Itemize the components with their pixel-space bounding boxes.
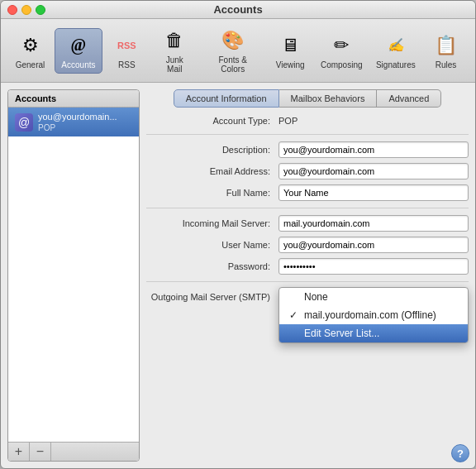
maximize-button[interactable] <box>36 5 45 15</box>
description-row: Description: <box>146 141 469 158</box>
tabs: Account Information Mailbox Behaviors Ad… <box>146 89 469 108</box>
email-row: Email Address: <box>146 163 469 179</box>
username-label: User Name: <box>146 240 278 250</box>
rules-icon: 📋 <box>432 32 459 59</box>
add-account-button[interactable]: + <box>8 443 30 461</box>
toolbar-label-viewing: Viewing <box>276 60 305 69</box>
minimize-button[interactable] <box>21 5 31 15</box>
tab-advanced[interactable]: Advanced <box>377 89 441 108</box>
smtp-label: Outgoing Mail Server (SMTP) <box>146 289 278 302</box>
edit-server-label: Edit Server List... <box>304 328 379 339</box>
fullname-input[interactable] <box>278 184 469 201</box>
form-area: Account Type: POP Description: Email Add… <box>146 114 469 462</box>
toolbar-item-signatures[interactable]: ✍ Signatures <box>370 29 421 73</box>
separator-2 <box>146 208 469 208</box>
password-row: Password: <box>146 258 469 275</box>
traffic-lights <box>7 5 45 15</box>
tab-mailbox-behaviors[interactable]: Mailbox Behaviors <box>279 89 378 108</box>
toolbar-label-rss: RSS <box>118 60 136 69</box>
password-input[interactable] <box>278 258 469 275</box>
rss-icon: RSS <box>113 32 140 59</box>
viewing-icon: 🖥 <box>277 32 303 59</box>
dropdown-none[interactable]: None <box>279 288 468 306</box>
sidebar: Accounts @ you@yourdomain... POP + − <box>7 89 140 462</box>
content-panel: Account Information Mailbox Behaviors Ad… <box>146 89 469 462</box>
fullname-row: Full Name: <box>146 184 469 201</box>
toolbar-label-accounts: Accounts <box>61 60 95 69</box>
composing-icon: ✏ <box>328 32 355 59</box>
window: Accounts ⚙ General @ Accounts RSS RSS 🗑 … <box>0 0 476 469</box>
toolbar-item-general[interactable]: ⚙ General <box>7 29 53 73</box>
toolbar-label-composing: Composing <box>321 60 363 69</box>
separator-3 <box>146 281 469 282</box>
fontscolors-icon: 🎨 <box>220 27 246 54</box>
email-label: Email Address: <box>146 166 278 176</box>
toolbar-item-accounts[interactable]: @ Accounts <box>55 28 102 74</box>
close-button[interactable] <box>7 5 17 15</box>
sidebar-buttons: + − <box>8 442 139 461</box>
toolbar: ⚙ General @ Accounts RSS RSS 🗑 Junk Mail… <box>1 19 475 83</box>
email-input[interactable] <box>278 163 469 179</box>
toolbar-item-fontscolors[interactable]: 🎨 Fonts & Colors <box>200 24 266 77</box>
account-type-value: POP <box>278 114 298 127</box>
server-check-icon: ✓ <box>289 309 301 321</box>
window-title: Accounts <box>213 3 262 16</box>
general-icon: ⚙ <box>17 32 44 59</box>
toolbar-label-general: General <box>16 60 45 69</box>
password-label: Password: <box>146 261 278 271</box>
accounts-icon: @ <box>65 32 92 59</box>
dropdown-edit[interactable]: Edit Server List... <box>279 324 468 342</box>
toolbar-item-junkmail[interactable]: 🗑 Junk Mail <box>151 24 198 77</box>
description-label: Description: <box>146 145 278 155</box>
toolbar-label-junkmail: Junk Mail <box>158 55 192 74</box>
toolbar-item-composing[interactable]: ✏ Composing <box>315 29 369 73</box>
account-icon: @ <box>15 113 33 132</box>
description-input[interactable] <box>278 141 469 158</box>
toolbar-item-rules[interactable]: 📋 Rules <box>423 29 469 73</box>
signatures-icon: ✍ <box>383 32 409 59</box>
help-button[interactable]: ? <box>451 444 469 462</box>
fullname-label: Full Name: <box>146 188 278 198</box>
main-area: Accounts @ you@yourdomain... POP + − Acc… <box>1 83 475 468</box>
remove-account-button[interactable]: − <box>30 443 51 461</box>
sidebar-item-account[interactable]: @ you@yourdomain... POP <box>8 108 139 136</box>
toolbar-item-viewing[interactable]: 🖥 Viewing <box>268 29 313 73</box>
incoming-server-input[interactable] <box>278 215 469 232</box>
toolbar-label-fontscolors: Fonts & Colors <box>207 55 259 74</box>
junkmail-icon: 🗑 <box>161 27 188 54</box>
sidebar-item-text: you@yourdomain... POP <box>38 111 117 133</box>
toolbar-label-signatures: Signatures <box>376 60 416 69</box>
incoming-server-row: Incoming Mail Server: <box>146 215 469 232</box>
toolbar-label-rules: Rules <box>436 60 457 69</box>
tab-account-information[interactable]: Account Information <box>174 89 279 108</box>
username-input[interactable] <box>278 237 469 253</box>
sidebar-title: Accounts <box>8 90 139 108</box>
titlebar: Accounts <box>1 1 475 19</box>
toolbar-item-rss[interactable]: RSS RSS <box>104 29 150 73</box>
account-type-label: Account Type: <box>146 116 278 126</box>
smtp-dropdown: None ✓ mail.yourdomain.com (Offline) Edi… <box>278 287 469 343</box>
smtp-row: Outgoing Mail Server (SMTP) None ✓ mail.… <box>146 289 469 302</box>
account-type-row: Account Type: POP <box>146 114 469 127</box>
username-row: User Name: <box>146 237 469 253</box>
separator-1 <box>146 134 469 135</box>
incoming-server-label: Incoming Mail Server: <box>146 218 278 228</box>
dropdown-server[interactable]: ✓ mail.yourdomain.com (Offline) <box>279 306 468 324</box>
